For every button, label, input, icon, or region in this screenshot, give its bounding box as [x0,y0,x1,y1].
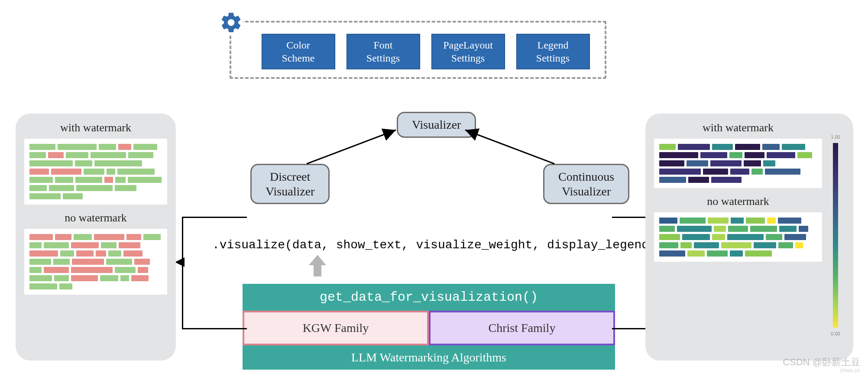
token-bar [784,234,806,240]
token-bar [128,152,153,158]
token-bar [29,242,42,248]
token-bar [659,250,685,257]
token-bar [659,169,701,175]
token-bar [115,185,136,191]
token-bar [118,144,131,150]
discreet-l1: Discreet [270,170,310,183]
token-bar [29,144,55,150]
token-bar [659,218,677,224]
token-bar [659,234,680,240]
token-bar [94,234,124,240]
token-bar [680,218,706,224]
token-bar [60,250,74,257]
token-bar [115,177,126,183]
cb-tick: 1.00 [831,134,840,140]
token-bar [766,234,782,240]
token-bar [746,218,765,224]
token-bar [778,218,801,224]
token-bar [659,144,676,150]
discrete-output-panel: with watermark no watermark [16,114,176,361]
token-bar [682,234,710,240]
christ-label: Christ Family [489,321,556,335]
token-bar [44,242,69,248]
setting-font[interactable]: Font Settings [347,34,420,69]
page-watermark: CSDN @卧薪土豆 zhwx.cn [783,357,860,374]
right-with-title: with watermark [654,121,822,134]
token-bar [795,242,803,248]
setting-legend[interactable]: Legend Settings [516,34,590,69]
token-bar [745,152,764,158]
right-with-tokens [654,139,822,188]
setting-pagelayout[interactable]: PageLayout Settings [431,34,505,69]
up-arrow-icon [310,255,325,276]
discreet-l2: Visualizer [266,185,314,198]
token-bar [134,259,150,265]
token-bar [49,185,74,191]
token-bar [119,242,140,248]
token-bar [659,226,675,232]
token-bar [714,226,726,232]
token-bar [53,259,70,265]
token-bar [721,242,751,248]
cb-tick: 0.00 [831,331,840,336]
kgw-label: KGW Family [303,321,369,335]
token-bar [29,234,53,240]
setting-line1: PageLayout [443,39,493,51]
token-bar [711,177,742,183]
token-bar [131,275,149,281]
svg-line-1 [307,130,396,164]
token-bar [659,177,686,183]
token-bar [115,267,136,273]
token-bar [75,177,102,183]
settings-panel: Color Scheme Font Settings PageLayout Se… [230,21,606,79]
token-bar [700,152,727,158]
token-bar [51,169,81,175]
code-visualize-call: .visualize(data, show_text, visualize_we… [212,238,656,252]
colorbar: 1.00 0.00 [826,121,845,349]
settings-buttons-row: Color Scheme Font Settings PageLayout Se… [259,34,592,69]
token-bar [754,242,776,248]
token-bar [731,218,744,224]
token-bar [71,242,99,248]
token-bar [100,275,118,281]
svg-line-2 [465,130,554,164]
token-bar [799,226,808,232]
token-bar [126,234,141,240]
get-data-bar: get_data_for_visualization() [243,284,615,311]
token-bar [44,267,69,273]
token-bar [728,226,748,232]
token-bar [29,152,46,158]
token-bar [29,169,49,175]
setting-line1: Color [286,39,310,51]
setting-line2: Settings [366,52,400,64]
token-bar [29,185,47,191]
colorbar-gradient [833,143,838,328]
setting-color-scheme[interactable]: Color Scheme [262,34,335,69]
token-bar [94,160,142,166]
gear-icon-wrap [220,11,243,34]
token-bar [107,169,115,175]
arrowhead-left-icon [175,257,185,267]
left-with-title: with watermark [24,121,167,134]
token-bar [120,275,129,281]
token-bar [750,226,777,232]
token-bar [72,259,104,265]
token-bar [765,169,800,175]
token-bar [29,193,61,199]
token-bar [76,250,94,257]
token-bar [730,250,743,257]
token-bar [128,177,162,183]
token-bar [59,283,72,289]
continuous-visualizer-box: Continuous Visualizer [543,164,629,204]
setting-line2: Scheme [282,52,315,64]
token-bar [707,250,728,257]
token-bar [29,160,73,166]
continuous-l2: Visualizer [562,185,611,198]
token-bar [71,275,98,281]
left-no-title: no watermark [24,211,167,224]
left-with-tokens [24,139,167,205]
token-bar [694,242,719,248]
token-bar [659,160,684,166]
algorithm-stack: get_data_for_visualization() KGW Family … [243,284,615,370]
token-bar [143,234,161,240]
